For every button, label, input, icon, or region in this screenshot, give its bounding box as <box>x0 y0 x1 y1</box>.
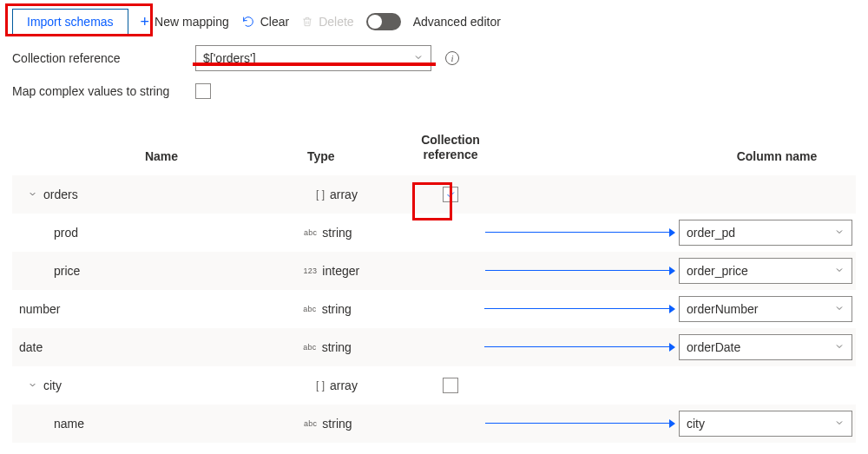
column-name-value: order_price <box>687 264 748 278</box>
collection-reference-label: Collection reference <box>12 51 181 65</box>
type-badge: abc <box>299 419 317 428</box>
column-name-select[interactable]: orderNumber <box>679 296 852 322</box>
table-row: numberabcstringorderNumber <box>12 290 856 328</box>
clear-button[interactable]: Clear <box>241 15 289 29</box>
row-name-cell: city <box>12 378 307 392</box>
row-type: string <box>322 226 352 240</box>
chevron-down-icon <box>834 264 845 278</box>
row-column-cell: order_pd <box>679 220 856 246</box>
collref-checkbox[interactable] <box>443 187 458 202</box>
header-type: Type <box>307 149 403 163</box>
row-type-cell: abcstring <box>299 417 392 431</box>
table-row: prodabcstringorder_pd <box>12 214 856 252</box>
type-badge: abc <box>299 305 317 313</box>
column-name-select[interactable]: orderDate <box>679 334 852 360</box>
row-type: array <box>330 378 358 392</box>
table-header: Name Type Collection reference Column na… <box>12 112 856 175</box>
map-complex-row: Map complex values to string <box>12 83 856 100</box>
type-badge: 123 <box>299 266 317 275</box>
chevron-down-icon <box>834 302 845 316</box>
row-name: date <box>19 340 43 354</box>
advanced-editor-toggle[interactable] <box>366 13 401 30</box>
table-row: price123integerorder_price <box>12 252 856 290</box>
row-type: string <box>322 302 352 316</box>
trash-icon <box>301 15 313 29</box>
toolbar: Import schemas + New mapping Clear Delet… <box>12 9 856 35</box>
collection-reference-select[interactable]: $['orders'] <box>195 45 431 71</box>
map-complex-checkbox[interactable] <box>195 83 211 99</box>
row-type-cell: abcstring <box>299 340 392 354</box>
expand-toggle[interactable] <box>28 189 40 199</box>
type-badge: [ ] <box>307 188 325 201</box>
column-name-select[interactable]: city <box>679 411 852 437</box>
type-badge: [ ] <box>307 379 325 391</box>
row-type: integer <box>322 264 359 278</box>
row-type-cell: abcstring <box>299 302 392 316</box>
row-type-cell: 123integer <box>299 264 392 278</box>
row-name: name <box>54 417 84 431</box>
mapping-arrow <box>484 346 679 348</box>
type-badge: abc <box>299 343 317 352</box>
column-name-value: city <box>687 417 705 431</box>
table-row: orders[ ]array <box>12 175 856 214</box>
row-type-cell: [ ]array <box>307 188 403 201</box>
mapping-arrow <box>485 270 679 272</box>
info-icon[interactable]: i <box>445 51 459 65</box>
row-type-cell: abcstring <box>299 226 392 240</box>
table-row: dateabcstringorderDate <box>12 328 856 366</box>
mapping-arrow <box>485 232 679 234</box>
column-name-select[interactable]: order_price <box>679 258 852 284</box>
row-name: city <box>43 378 62 392</box>
chevron-down-icon <box>834 340 845 354</box>
advanced-editor-label: Advanced editor <box>413 15 501 29</box>
table-row: city[ ]array <box>12 366 856 405</box>
row-collref-cell <box>403 187 498 202</box>
chevron-down-icon <box>834 226 845 240</box>
row-name-cell: prod <box>12 226 299 240</box>
header-name: Name <box>12 149 307 163</box>
delete-label: Delete <box>319 15 353 29</box>
row-column-cell: order_price <box>679 258 856 284</box>
row-type: array <box>330 188 358 201</box>
row-collref-cell <box>403 378 498 393</box>
column-name-value: orderDate <box>687 340 740 354</box>
row-name-cell: number <box>12 302 299 316</box>
row-name-cell: date <box>12 340 299 354</box>
row-name-cell: orders <box>12 188 307 201</box>
new-mapping-label: New mapping <box>155 15 229 29</box>
map-complex-label: Map complex values to string <box>12 83 181 100</box>
collref-checkbox[interactable] <box>443 378 458 393</box>
row-name: price <box>54 264 80 278</box>
row-name: orders <box>43 188 78 201</box>
mapping-arrow <box>498 385 698 386</box>
clear-label: Clear <box>260 15 289 29</box>
column-name-value: orderNumber <box>687 302 758 316</box>
reset-icon <box>241 15 255 29</box>
row-column-cell: orderDate <box>679 334 856 360</box>
expand-toggle[interactable] <box>28 380 40 390</box>
row-type: string <box>322 340 352 354</box>
mapping-arrow <box>498 194 698 195</box>
column-name-select[interactable]: order_pd <box>679 220 852 246</box>
type-badge: abc <box>299 228 317 237</box>
column-name-value: order_pd <box>687 226 735 240</box>
header-column: Column name <box>698 149 856 163</box>
table-row: nameabcstringcity <box>12 405 856 443</box>
chevron-down-icon <box>834 417 845 431</box>
row-column-cell: city <box>679 411 856 437</box>
row-name-cell: price <box>12 264 299 278</box>
row-name: number <box>19 302 60 316</box>
row-type: string <box>322 417 352 431</box>
collection-reference-row: Collection reference $['orders'] i <box>12 45 856 71</box>
delete-button: Delete <box>301 15 353 29</box>
header-collref: Collection reference <box>403 133 498 163</box>
import-schemas-button[interactable]: Import schemas <box>12 9 128 35</box>
row-name: prod <box>54 226 78 240</box>
mapping-arrow <box>485 423 679 424</box>
collection-reference-value: $['orders'] <box>203 51 256 65</box>
new-mapping-button[interactable]: + New mapping <box>141 13 229 31</box>
mapping-table: orders[ ]arrayprodabcstringorder_pdprice… <box>12 175 856 443</box>
row-column-cell: orderNumber <box>679 296 856 322</box>
chevron-down-icon <box>413 51 424 65</box>
row-type-cell: [ ]array <box>307 378 403 392</box>
